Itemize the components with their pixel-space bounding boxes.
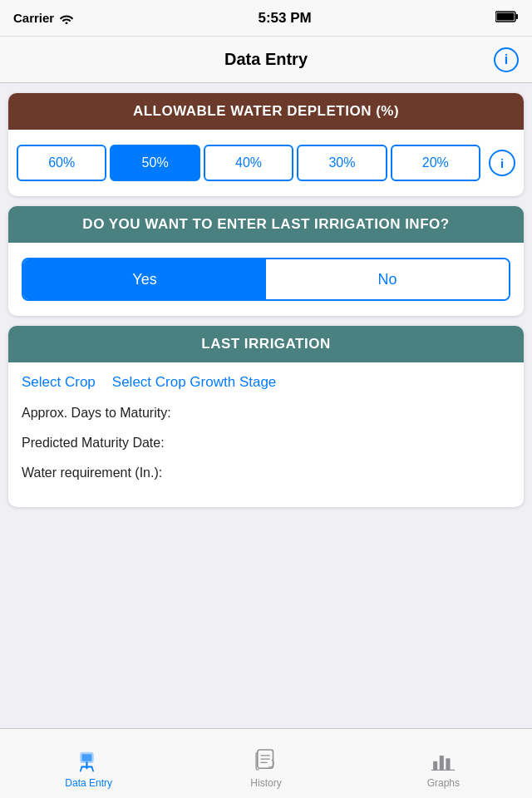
nav-bar: Data Entry i [0,37,532,83]
irrigation-body: Select Crop Select Crop Growth Stage App… [8,362,524,507]
data-entry-icon [75,746,103,774]
select-crop-link[interactable]: Select Crop [22,374,96,391]
select-growth-link[interactable]: Select Crop Growth Stage [112,374,276,391]
wifi-icon [59,12,74,24]
svg-line-8 [91,766,93,771]
no-button[interactable]: No [266,259,509,299]
maturity-date-label: Predicted Maturity Date: [22,436,510,451]
page-title: Data Entry [224,50,308,69]
svg-rect-2 [496,13,514,21]
nav-info-button[interactable]: i [494,47,519,72]
tab-graphs-label: Graphs [427,777,460,789]
irrigation-question-header: Do you want to enter Last Irrigation Inf… [8,206,524,243]
carrier-wifi: Carrier [13,11,74,25]
depletion-header: Allowable Water Depletion (%) [8,93,524,130]
yes-button[interactable]: Yes [23,259,266,299]
tab-bar: Data Entry History Graphs [0,728,532,798]
status-bar: Carrier 5:53 PM [0,0,532,37]
svg-line-7 [80,766,81,771]
depletion-info-button[interactable]: i [489,150,515,176]
svg-rect-1 [515,14,518,19]
history-icon [252,746,280,774]
tab-graphs[interactable]: Graphs [355,729,532,798]
svg-rect-15 [446,758,451,770]
irrigation-links-row: Select Crop Select Crop Growth Stage [22,374,510,391]
battery-indicator [495,11,519,25]
svg-rect-13 [433,761,437,769]
irrigation-question-title: Do you want to enter Last Irrigation Inf… [82,216,449,233]
depletion-btn-60[interactable]: 60% [17,145,106,181]
svg-rect-4 [81,754,91,761]
tab-history-label: History [250,777,281,789]
water-requirement-label: Water requirement (In.): [22,466,510,480]
irrigation-question-card: Do you want to enter Last Irrigation Inf… [8,206,524,316]
depletion-btn-30[interactable]: 30% [297,145,387,181]
depletion-title: Allowable Water Depletion (%) [133,103,399,120]
depletion-card: Allowable Water Depletion (%) 60% 50% 40… [8,93,524,196]
main-content: Allowable Water Depletion (%) 60% 50% 40… [0,83,532,728]
depletion-btn-40[interactable]: 40% [204,145,293,181]
last-irrigation-card: Last Irrigation Select Crop Select Crop … [8,326,524,507]
last-irrigation-title: Last Irrigation [201,336,330,352]
depletion-options-row: 60% 50% 40% 30% 20% i [8,130,524,196]
status-time: 5:53 PM [258,10,311,27]
depletion-btn-50[interactable]: 50% [110,145,200,181]
graphs-icon [429,746,457,774]
yes-no-row: Yes No [8,243,524,316]
tab-data-entry-label: Data Entry [65,777,112,789]
yes-no-toggle: Yes No [22,258,510,301]
tab-history[interactable]: History [177,729,354,798]
days-to-maturity-label: Approx. Days to Maturity: [22,406,510,421]
last-irrigation-header: Last Irrigation [8,326,524,362]
carrier-label: Carrier [13,11,54,25]
svg-rect-14 [440,755,444,769]
tab-data-entry[interactable]: Data Entry [0,729,177,798]
battery-icon [495,11,519,22]
depletion-btn-20[interactable]: 20% [391,145,480,181]
